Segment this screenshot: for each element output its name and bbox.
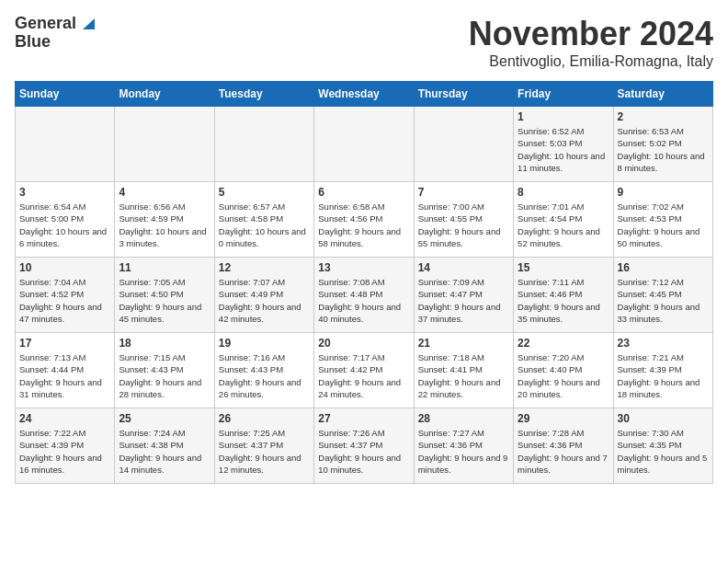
calendar-day-cell: 11Sunrise: 7:05 AM Sunset: 4:50 PM Dayli…	[115, 258, 214, 333]
calendar-day-cell: 28Sunrise: 7:27 AM Sunset: 4:36 PM Dayli…	[414, 408, 513, 484]
day-number: 5	[219, 186, 310, 199]
page-header: General Blue November 2024 Bentivoglio, …	[15, 15, 713, 70]
day-number: 25	[119, 412, 210, 425]
day-number: 17	[19, 337, 110, 350]
day-number: 7	[418, 186, 509, 199]
calendar-day-cell: 17Sunrise: 7:13 AM Sunset: 4:44 PM Dayli…	[16, 333, 115, 408]
day-info: Sunrise: 7:30 AM Sunset: 4:35 PM Dayligh…	[618, 427, 709, 476]
calendar-day-cell: 30Sunrise: 7:30 AM Sunset: 4:35 PM Dayli…	[613, 408, 712, 484]
logo-general: General	[15, 15, 76, 33]
day-number: 3	[19, 186, 110, 199]
calendar-day-cell: 20Sunrise: 7:17 AM Sunset: 4:42 PM Dayli…	[314, 333, 414, 408]
day-of-week-header: Thursday	[414, 82, 513, 107]
day-number: 28	[418, 412, 509, 425]
day-info: Sunrise: 7:00 AM Sunset: 4:55 PM Dayligh…	[418, 201, 509, 249]
location-title: Bentivoglio, Emilia-Romagna, Italy	[469, 53, 713, 70]
calendar-day-cell: 24Sunrise: 7:22 AM Sunset: 4:39 PM Dayli…	[16, 408, 115, 484]
day-info: Sunrise: 7:25 AM Sunset: 4:37 PM Dayligh…	[219, 427, 310, 476]
day-info: Sunrise: 7:15 AM Sunset: 4:43 PM Dayligh…	[119, 351, 210, 400]
day-info: Sunrise: 7:09 AM Sunset: 4:47 PM Dayligh…	[418, 276, 509, 325]
day-info: Sunrise: 7:24 AM Sunset: 4:38 PM Dayligh…	[119, 427, 210, 476]
calendar-day-cell: 21Sunrise: 7:18 AM Sunset: 4:41 PM Dayli…	[414, 333, 513, 408]
calendar-day-cell: 4Sunrise: 6:56 AM Sunset: 4:59 PM Daylig…	[115, 182, 214, 258]
svg-marker-0	[83, 18, 95, 29]
day-number: 4	[119, 186, 210, 199]
day-info: Sunrise: 6:57 AM Sunset: 4:58 PM Dayligh…	[219, 201, 310, 249]
day-number: 15	[518, 261, 609, 274]
day-info: Sunrise: 7:21 AM Sunset: 4:39 PM Dayligh…	[618, 351, 709, 400]
calendar-week-row: 3Sunrise: 6:54 AM Sunset: 5:00 PM Daylig…	[16, 182, 713, 258]
calendar-table: SundayMondayTuesdayWednesdayThursdayFrid…	[15, 81, 713, 484]
day-of-week-header: Monday	[115, 82, 214, 107]
calendar-day-cell: 15Sunrise: 7:11 AM Sunset: 4:46 PM Dayli…	[514, 258, 613, 333]
day-info: Sunrise: 7:22 AM Sunset: 4:39 PM Dayligh…	[19, 427, 110, 476]
calendar-day-cell: 27Sunrise: 7:26 AM Sunset: 4:37 PM Dayli…	[314, 408, 414, 484]
day-info: Sunrise: 7:12 AM Sunset: 4:45 PM Dayligh…	[618, 276, 709, 325]
calendar-day-cell: 9Sunrise: 7:02 AM Sunset: 4:53 PM Daylig…	[613, 182, 712, 258]
day-info: Sunrise: 7:04 AM Sunset: 4:52 PM Dayligh…	[19, 276, 110, 325]
calendar-day-cell	[214, 107, 313, 182]
day-info: Sunrise: 7:02 AM Sunset: 4:53 PM Dayligh…	[618, 201, 709, 249]
day-of-week-header: Saturday	[613, 82, 712, 107]
month-title: November 2024	[469, 15, 713, 53]
day-info: Sunrise: 7:11 AM Sunset: 4:46 PM Dayligh…	[518, 276, 609, 325]
calendar-week-row: 10Sunrise: 7:04 AM Sunset: 4:52 PM Dayli…	[16, 258, 713, 333]
day-number: 26	[219, 412, 310, 425]
day-info: Sunrise: 6:56 AM Sunset: 4:59 PM Dayligh…	[119, 201, 210, 249]
logo-icon	[78, 15, 95, 31]
day-info: Sunrise: 6:54 AM Sunset: 5:00 PM Dayligh…	[19, 201, 110, 249]
calendar-day-cell: 5Sunrise: 6:57 AM Sunset: 4:58 PM Daylig…	[214, 182, 313, 258]
day-number: 12	[219, 261, 310, 274]
calendar-day-cell: 19Sunrise: 7:16 AM Sunset: 4:43 PM Dayli…	[214, 333, 313, 408]
calendar-day-cell: 6Sunrise: 6:58 AM Sunset: 4:56 PM Daylig…	[314, 182, 414, 258]
day-of-week-header: Friday	[514, 82, 613, 107]
day-info: Sunrise: 6:58 AM Sunset: 4:56 PM Dayligh…	[318, 201, 409, 249]
day-number: 27	[318, 412, 409, 425]
day-number: 29	[518, 412, 609, 425]
calendar-week-row: 17Sunrise: 7:13 AM Sunset: 4:44 PM Dayli…	[16, 333, 713, 408]
calendar-day-cell: 22Sunrise: 7:20 AM Sunset: 4:40 PM Dayli…	[514, 333, 613, 408]
day-info: Sunrise: 7:13 AM Sunset: 4:44 PM Dayligh…	[19, 351, 110, 400]
day-info: Sunrise: 7:01 AM Sunset: 4:54 PM Dayligh…	[518, 201, 609, 249]
day-number: 1	[518, 110, 609, 123]
logo-blue: Blue	[15, 33, 51, 52]
calendar-day-cell: 8Sunrise: 7:01 AM Sunset: 4:54 PM Daylig…	[514, 182, 613, 258]
calendar-day-cell: 25Sunrise: 7:24 AM Sunset: 4:38 PM Dayli…	[115, 408, 214, 484]
day-number: 24	[19, 412, 110, 425]
calendar-day-cell: 13Sunrise: 7:08 AM Sunset: 4:48 PM Dayli…	[314, 258, 414, 333]
calendar-day-cell	[414, 107, 513, 182]
day-info: Sunrise: 7:20 AM Sunset: 4:40 PM Dayligh…	[518, 351, 609, 400]
calendar-week-row: 24Sunrise: 7:22 AM Sunset: 4:39 PM Dayli…	[16, 408, 713, 484]
calendar-header-row: SundayMondayTuesdayWednesdayThursdayFrid…	[16, 82, 713, 107]
day-info: Sunrise: 7:18 AM Sunset: 4:41 PM Dayligh…	[418, 351, 509, 400]
logo: General Blue	[15, 15, 95, 52]
day-of-week-header: Wednesday	[314, 82, 414, 107]
calendar-day-cell: 12Sunrise: 7:07 AM Sunset: 4:49 PM Dayli…	[214, 258, 313, 333]
day-number: 8	[518, 186, 609, 199]
calendar-day-cell: 3Sunrise: 6:54 AM Sunset: 5:00 PM Daylig…	[16, 182, 115, 258]
day-number: 20	[318, 337, 409, 350]
day-number: 6	[318, 186, 409, 199]
day-info: Sunrise: 7:08 AM Sunset: 4:48 PM Dayligh…	[318, 276, 409, 325]
day-number: 13	[318, 261, 409, 274]
day-number: 10	[19, 261, 110, 274]
calendar-day-cell: 14Sunrise: 7:09 AM Sunset: 4:47 PM Dayli…	[414, 258, 513, 333]
day-info: Sunrise: 7:26 AM Sunset: 4:37 PM Dayligh…	[318, 427, 409, 476]
day-number: 9	[618, 186, 709, 199]
day-number: 16	[618, 261, 709, 274]
calendar-day-cell: 18Sunrise: 7:15 AM Sunset: 4:43 PM Dayli…	[115, 333, 214, 408]
day-of-week-header: Sunday	[16, 82, 115, 107]
calendar-day-cell: 7Sunrise: 7:00 AM Sunset: 4:55 PM Daylig…	[414, 182, 513, 258]
calendar-day-cell	[16, 107, 115, 182]
title-section: November 2024 Bentivoglio, Emilia-Romagn…	[469, 15, 713, 70]
day-info: Sunrise: 7:17 AM Sunset: 4:42 PM Dayligh…	[318, 351, 409, 400]
day-info: Sunrise: 7:07 AM Sunset: 4:49 PM Dayligh…	[219, 276, 310, 325]
day-number: 2	[618, 110, 709, 123]
day-info: Sunrise: 7:27 AM Sunset: 4:36 PM Dayligh…	[418, 427, 509, 476]
day-number: 18	[119, 337, 210, 350]
calendar-day-cell: 1Sunrise: 6:52 AM Sunset: 5:03 PM Daylig…	[514, 107, 613, 182]
calendar-day-cell: 23Sunrise: 7:21 AM Sunset: 4:39 PM Dayli…	[613, 333, 712, 408]
calendar-day-cell: 29Sunrise: 7:28 AM Sunset: 4:36 PM Dayli…	[514, 408, 613, 484]
day-info: Sunrise: 7:16 AM Sunset: 4:43 PM Dayligh…	[219, 351, 310, 400]
calendar-day-cell	[115, 107, 214, 182]
